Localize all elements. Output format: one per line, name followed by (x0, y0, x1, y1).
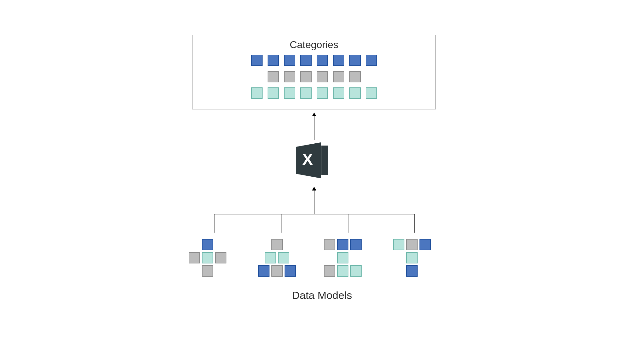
data-models-label: Data Models (0, 289, 644, 301)
category-square (284, 71, 295, 82)
model-square (324, 265, 335, 277)
arrow-head-top-icon (312, 113, 316, 116)
category-square (251, 87, 263, 99)
category-square (366, 55, 377, 66)
arrow-top (314, 116, 314, 140)
categories-title: Categories (192, 39, 436, 51)
model-square (271, 239, 283, 250)
category-square (300, 71, 312, 82)
model-square (406, 265, 418, 277)
model-square (202, 252, 213, 263)
data-model-triangle (252, 239, 302, 289)
model-square (337, 252, 348, 263)
model-square (202, 239, 213, 250)
excel-letter: X (302, 150, 313, 168)
bracket-horizontal (214, 214, 415, 214)
category-square (333, 87, 344, 99)
model-square (265, 252, 276, 263)
bracket-drop-1 (214, 214, 214, 233)
model-square (393, 239, 404, 250)
categories-box: Categories (192, 35, 436, 109)
model-square (350, 265, 362, 277)
category-row-blue (251, 55, 377, 66)
model-square (419, 239, 431, 250)
bracket-drop-4 (414, 214, 415, 233)
model-square (285, 265, 296, 277)
model-square (271, 265, 283, 277)
category-square (300, 55, 312, 66)
category-square (333, 55, 344, 66)
category-square (333, 71, 344, 82)
category-row-teal (251, 87, 377, 99)
category-square (317, 71, 328, 82)
category-square (366, 87, 377, 99)
model-square (215, 252, 226, 263)
model-square (406, 252, 418, 263)
diagram-stage: Categories X Data Models (0, 0, 644, 337)
categories-rows (192, 55, 436, 99)
model-square (350, 239, 362, 250)
model-square (189, 252, 200, 263)
data-model-i-shape (324, 239, 374, 289)
category-square (284, 55, 295, 66)
category-square (300, 87, 312, 99)
bracket-drop-2 (281, 214, 281, 233)
category-square (349, 55, 361, 66)
model-square (278, 252, 289, 263)
model-square (337, 239, 348, 250)
model-square (406, 239, 418, 250)
data-model-t-shape (393, 239, 443, 289)
model-square (202, 265, 213, 277)
arrow-bottom (314, 191, 314, 214)
category-square (317, 55, 328, 66)
category-square (268, 55, 279, 66)
category-square (251, 55, 263, 66)
excel-icon: X (293, 140, 334, 181)
arrow-head-bottom-icon (312, 187, 316, 191)
data-model-plus (189, 239, 239, 289)
svg-rect-0 (321, 146, 328, 175)
category-square (268, 71, 279, 82)
category-row-gray (268, 71, 361, 82)
model-square (337, 265, 348, 277)
category-square (317, 87, 328, 99)
category-square (349, 71, 361, 82)
category-square (268, 87, 279, 99)
category-square (349, 87, 361, 99)
bracket-drop-3 (348, 214, 348, 233)
category-square (284, 87, 295, 99)
model-square (324, 239, 335, 250)
model-square (258, 265, 269, 277)
